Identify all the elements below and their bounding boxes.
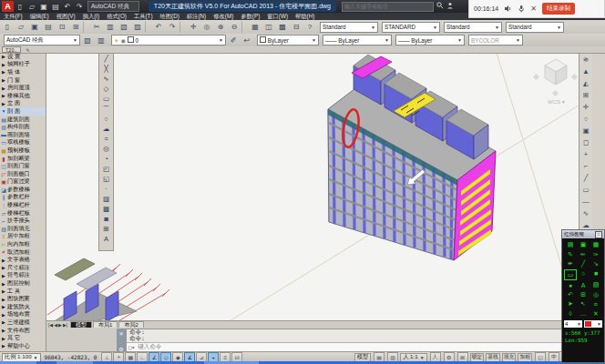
t20-toolbar-handle[interactable]: T20.. bbox=[2, 46, 21, 53]
qat-redo-icon[interactable]: ↷ bbox=[75, 3, 84, 11]
separator[interactable] bbox=[145, 21, 150, 33]
cut-icon[interactable]: ✂ bbox=[90, 21, 103, 34]
stop-recording-button[interactable]: 结束录制 bbox=[542, 3, 575, 15]
multileader-style-dropdown[interactable]: Standard▼ bbox=[506, 22, 564, 33]
polygon-icon[interactable]: ◇ bbox=[101, 84, 112, 94]
make-layer-current-icon[interactable]: ✐ bbox=[227, 34, 240, 46]
properties-icon[interactable]: ▦ bbox=[249, 21, 261, 34]
clear-screen-icon[interactable]: … bbox=[577, 309, 590, 319]
grid-draw-icon[interactable]: ⊞ bbox=[577, 290, 590, 300]
infocenter-search-input[interactable] bbox=[342, 2, 434, 12]
pan-icon[interactable]: ✛ bbox=[187, 21, 200, 34]
menu-group-axis-column[interactable]: ▶ 轴网柱子 bbox=[0, 61, 46, 69]
pen-tool-minimize-icon[interactable]: □ bbox=[595, 231, 602, 238]
menu-group-room-roof[interactable]: ▶ 房间屋顶 bbox=[0, 84, 46, 92]
menu-cmd-param-stair[interactable]: ◪ 参数楼梯 bbox=[0, 186, 46, 194]
menu-cmd-double-line-slab[interactable]: ▭ 双线楼板 bbox=[0, 139, 46, 147]
table-style-dropdown[interactable]: Standard▼ bbox=[444, 22, 502, 33]
linetype-dropdown[interactable]: —— ByLayer▼ bbox=[323, 35, 392, 46]
dim-style-dropdown[interactable]: STANDARD▼ bbox=[382, 22, 440, 33]
menu-group-fire-protection[interactable]: ▶ 建筑防火 bbox=[0, 303, 46, 311]
menu-group-block-pattern[interactable]: ▶ 图块图案 bbox=[0, 295, 46, 303]
layer-properties-icon[interactable]: ▧ bbox=[81, 34, 94, 46]
speaker-icon[interactable] bbox=[504, 5, 512, 14]
menu-cmd-stair-railing[interactable]: ⋮ 楼梯栏杆 bbox=[0, 201, 46, 209]
menu-group-symbol[interactable]: ▶ 符号标注 bbox=[0, 272, 46, 280]
pointer-icon[interactable]: ➤ bbox=[564, 299, 577, 309]
copy-icon[interactable]: ▥ bbox=[104, 21, 117, 34]
spline-tool-icon[interactable]: ∿ bbox=[580, 207, 591, 219]
menu-cmd-draw-section-wall[interactable]: ▬ 画剖面墙 bbox=[0, 131, 46, 139]
workspace-dropdown[interactable]: AutoCAD 经典▼ bbox=[87, 1, 139, 12]
region-icon[interactable]: ◙ bbox=[101, 214, 112, 224]
layers-tool-icon[interactable]: ≋ bbox=[580, 54, 591, 66]
workspace-switch-dropdown[interactable]: AutoCAD 经典▼ bbox=[4, 35, 80, 46]
mtext-icon[interactable]: A bbox=[101, 234, 112, 244]
construction-line-icon[interactable]: ╳ bbox=[101, 64, 112, 74]
redo-icon[interactable]: ↷ bbox=[166, 21, 179, 34]
rectangle-icon[interactable]: ▭ bbox=[101, 94, 112, 104]
microphone-icon[interactable] bbox=[518, 5, 525, 14]
arc-icon[interactable]: ⌒ bbox=[101, 104, 112, 114]
gradient-icon[interactable]: ▩ bbox=[101, 204, 112, 214]
hatch-icon[interactable]: ▨ bbox=[101, 194, 112, 204]
tarch-toggle-bold[interactable]: 加粗 bbox=[518, 353, 532, 362]
menu-cmd-param-railing[interactable]: ∥ 参数栏杆 bbox=[0, 194, 46, 202]
close-command-icon[interactable]: ✕ bbox=[118, 330, 123, 337]
close-recorder-icon[interactable]: ✕ bbox=[530, 5, 537, 13]
polyline-icon[interactable]: ∿ bbox=[101, 74, 112, 84]
publish-icon[interactable]: ⊞ bbox=[69, 21, 82, 34]
pen-tool-title-bar[interactable]: 红烛教鞭 □ bbox=[562, 230, 604, 238]
search-binoculars-icon[interactable] bbox=[436, 2, 444, 11]
menu-cmd-stair-balustrade[interactable]: ▱ 楼梯栏板 bbox=[0, 209, 46, 217]
magnifier-icon[interactable]: ◎ bbox=[590, 290, 602, 300]
signin-user-icon[interactable] bbox=[446, 2, 454, 11]
paste-icon[interactable]: ▧ bbox=[118, 21, 130, 34]
command-prompt-icon[interactable]: ▢▾ bbox=[128, 344, 135, 350]
menu-group-stairs-other[interactable]: ▶ 楼梯其他 bbox=[0, 92, 46, 100]
separator[interactable] bbox=[179, 21, 185, 33]
new-icon[interactable]: ▯ bbox=[1, 21, 14, 34]
open-file-icon[interactable]: ▤ bbox=[564, 240, 577, 250]
designcenter-icon[interactable]: ◫ bbox=[262, 21, 275, 34]
zoom-window-icon[interactable]: ⊕ bbox=[214, 21, 227, 34]
help-icon[interactable]: ? bbox=[303, 21, 316, 34]
lamp-icon[interactable]: ¤ bbox=[590, 299, 602, 309]
plot-preview-icon[interactable]: ⊡ bbox=[56, 21, 68, 34]
circle-icon[interactable]: ○ bbox=[101, 114, 112, 124]
layer-dropdown[interactable]: ☀ ◉ 0 ▼ bbox=[111, 35, 226, 46]
annotation-scale-dropdown[interactable]: 人 1:1▼ bbox=[400, 353, 426, 362]
make-block-icon[interactable]: ◱ bbox=[101, 174, 112, 184]
quickcalc-icon[interactable]: ⊟ bbox=[290, 21, 302, 34]
match-properties-icon[interactable]: ▨ bbox=[131, 21, 144, 34]
menu-cmd-section-door-window[interactable]: ◫ 剖面门窗 bbox=[0, 162, 46, 170]
menu-group-help-center[interactable]: ▶ 帮助中心 bbox=[0, 342, 46, 350]
t20-edit-icon[interactable]: ✎ bbox=[26, 47, 30, 53]
rect-draw-icon[interactable]: ▭ bbox=[564, 269, 577, 281]
point-icon[interactable]: · bbox=[101, 184, 112, 194]
menu-group-section[interactable]: ▼ 剖 面 bbox=[0, 107, 46, 116]
menu-cmd-inward-bold[interactable]: ⊨ 向内加粗 bbox=[0, 240, 46, 248]
pen-width-dropdown[interactable]: 4▼ bbox=[564, 320, 582, 328]
orbit-tool-icon[interactable]: ○ bbox=[580, 113, 591, 125]
filled-rect-icon[interactable]: ■ bbox=[590, 269, 602, 279]
menu-group-text-table[interactable]: ▶ 文字表格 bbox=[0, 256, 46, 264]
plus-tool-icon[interactable]: + bbox=[580, 148, 591, 160]
ellipse-draw-icon[interactable]: ○ bbox=[577, 269, 590, 279]
zoom-previous-icon[interactable]: ⊖ bbox=[228, 21, 241, 34]
qat-open-icon[interactable]: ▱ bbox=[27, 3, 36, 11]
extrude-tool-icon[interactable]: ▣ bbox=[580, 125, 591, 136]
menu-group-other[interactable]: ▶ 其 它 bbox=[0, 334, 46, 342]
color-dropdown[interactable]: ByLayer▼ bbox=[257, 35, 319, 46]
qat-save-icon[interactable]: ▣ bbox=[39, 3, 48, 11]
layer-previous-icon[interactable]: ↩ bbox=[241, 34, 253, 46]
menu-group-settings[interactable]: ▶ 设 置 bbox=[0, 53, 46, 61]
command-palette-grip[interactable]: ✕ ⚙ bbox=[117, 329, 126, 354]
menu-cmd-precast-slab[interactable]: ▦ 预制楼板 bbox=[0, 147, 46, 155]
line-tool-icon[interactable]: ╱ bbox=[580, 172, 591, 184]
box-tool-icon[interactable]: ◻ bbox=[580, 136, 591, 148]
pen-icon[interactable]: ✎ bbox=[564, 250, 577, 260]
text-style-dropdown[interactable]: Standard▼ bbox=[320, 22, 378, 33]
dash-tool-icon[interactable]: — bbox=[580, 196, 591, 207]
lineweight-dropdown[interactable]: —— ByLayer▼ bbox=[395, 35, 465, 46]
